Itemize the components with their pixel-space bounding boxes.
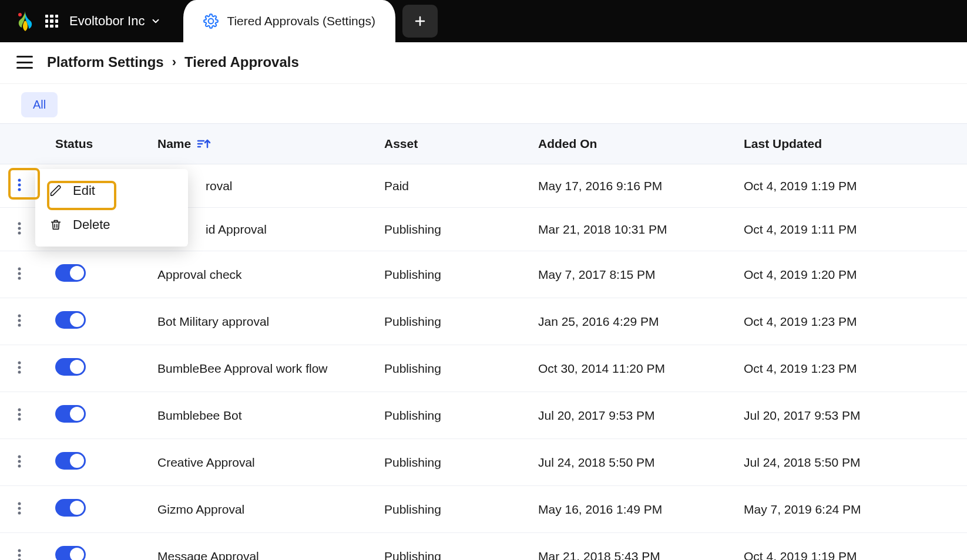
cell-updated: Oct 4, 2019 1:23 PM bbox=[732, 345, 967, 392]
pencil-icon bbox=[49, 184, 62, 197]
sort-ascending-icon[interactable] bbox=[197, 139, 211, 149]
chevron-right-icon: › bbox=[172, 55, 176, 70]
cell-added: Mar 21, 2018 5:43 PM bbox=[526, 533, 732, 561]
gear-icon bbox=[203, 14, 219, 29]
table-row: Message Approval Publishing Mar 21, 2018… bbox=[0, 533, 967, 561]
table-row: BumbleBee Approval work flow Publishing … bbox=[0, 345, 967, 392]
svg-point-5 bbox=[18, 179, 21, 182]
row-actions-button[interactable] bbox=[12, 407, 27, 422]
cell-added: May 17, 2016 9:16 PM bbox=[526, 164, 732, 208]
row-actions-button[interactable] bbox=[12, 501, 27, 516]
cell-asset: Publishing bbox=[372, 486, 526, 533]
cell-asset: Publishing bbox=[372, 392, 526, 439]
status-toggle[interactable] bbox=[55, 546, 86, 560]
cell-updated: Oct 4, 2019 1:19 PM bbox=[732, 533, 967, 561]
svg-point-8 bbox=[18, 222, 21, 225]
sprinklr-logo-icon[interactable] bbox=[16, 11, 34, 31]
filter-row: All bbox=[0, 84, 967, 123]
svg-point-7 bbox=[18, 188, 21, 191]
svg-point-25 bbox=[18, 465, 21, 468]
cell-added: May 16, 2016 1:49 PM bbox=[526, 486, 732, 533]
svg-point-16 bbox=[18, 324, 21, 327]
column-header-asset[interactable]: Asset bbox=[372, 124, 526, 164]
page-header: Platform Settings › Tiered Approvals bbox=[0, 42, 967, 84]
workspace-name-label: Evoltobor Inc bbox=[69, 14, 145, 29]
cell-updated: May 7, 2019 6:24 PM bbox=[732, 486, 967, 533]
svg-point-12 bbox=[18, 272, 21, 275]
status-toggle[interactable] bbox=[55, 264, 86, 282]
column-header-name-label: Name bbox=[157, 137, 191, 151]
cell-asset: Publishing bbox=[372, 251, 526, 298]
hamburger-menu-icon[interactable] bbox=[16, 56, 33, 69]
svg-point-18 bbox=[18, 366, 21, 369]
cell-updated: Oct 4, 2019 1:23 PM bbox=[732, 298, 967, 345]
table-row: Gizmo Approval Publishing May 16, 2016 1… bbox=[0, 486, 967, 533]
table-row: Creative Approval Publishing Jul 24, 201… bbox=[0, 439, 967, 486]
cell-name: Gizmo Approval bbox=[146, 486, 372, 533]
svg-point-22 bbox=[18, 418, 21, 421]
row-actions-button[interactable] bbox=[12, 454, 27, 469]
row-actions-button[interactable] bbox=[12, 221, 27, 236]
svg-point-13 bbox=[18, 277, 21, 280]
filter-chip-all[interactable]: All bbox=[21, 92, 58, 117]
status-toggle[interactable] bbox=[55, 311, 86, 329]
column-header-status[interactable]: Status bbox=[43, 124, 146, 164]
svg-point-29 bbox=[18, 549, 21, 552]
row-actions-button[interactable] bbox=[12, 548, 27, 560]
row-actions-button[interactable] bbox=[12, 266, 27, 281]
svg-point-19 bbox=[18, 371, 21, 374]
tab-tiered-approvals-settings[interactable]: Tiered Approvals (Settings) bbox=[183, 0, 395, 42]
svg-point-10 bbox=[18, 232, 21, 235]
svg-point-0 bbox=[18, 13, 22, 16]
svg-point-21 bbox=[18, 413, 21, 416]
cell-name: Bumblebee Bot bbox=[146, 392, 372, 439]
table-row: Approval check Publishing May 7, 2017 8:… bbox=[0, 251, 967, 298]
top-bar: Evoltobor Inc Tiered Approvals (Settings… bbox=[0, 0, 967, 42]
cell-added: May 7, 2017 8:15 PM bbox=[526, 251, 732, 298]
table-row: Edit Delete roval Paid May 17, 2016 9:16… bbox=[0, 164, 967, 208]
column-header-updated[interactable]: Last Updated bbox=[732, 124, 967, 164]
cell-asset: Publishing bbox=[372, 345, 526, 392]
cell-asset: Publishing bbox=[372, 208, 526, 251]
column-header-actions bbox=[0, 124, 43, 164]
row-actions-button[interactable] bbox=[12, 177, 27, 193]
row-actions-button[interactable] bbox=[12, 360, 27, 375]
svg-point-30 bbox=[18, 554, 21, 557]
menu-item-delete[interactable]: Delete bbox=[35, 208, 188, 242]
svg-point-9 bbox=[18, 227, 21, 230]
breadcrumb: Platform Settings › Tiered Approvals bbox=[47, 54, 299, 70]
workspace-switcher[interactable]: Evoltobor Inc bbox=[69, 14, 167, 29]
svg-point-6 bbox=[18, 184, 21, 187]
status-toggle[interactable] bbox=[55, 452, 86, 470]
svg-point-11 bbox=[18, 268, 21, 271]
cell-updated: Oct 4, 2019 1:11 PM bbox=[732, 208, 967, 251]
cell-updated: Jul 20, 2017 9:53 PM bbox=[732, 392, 967, 439]
status-toggle[interactable] bbox=[55, 405, 86, 423]
approvals-table: Status Name bbox=[0, 123, 967, 560]
status-toggle[interactable] bbox=[55, 358, 86, 376]
row-actions-button[interactable] bbox=[12, 313, 27, 328]
new-tab-button[interactable] bbox=[402, 5, 438, 38]
svg-point-27 bbox=[18, 507, 21, 510]
menu-item-delete-label: Delete bbox=[73, 217, 110, 232]
cell-added: Jan 25, 2016 4:29 PM bbox=[526, 298, 732, 345]
column-header-added[interactable]: Added On bbox=[526, 124, 732, 164]
column-header-name[interactable]: Name bbox=[146, 124, 372, 164]
cell-name: Bot Military approval bbox=[146, 298, 372, 345]
svg-point-23 bbox=[18, 456, 21, 458]
breadcrumb-current: Tiered Approvals bbox=[184, 54, 299, 70]
breadcrumb-parent[interactable]: Platform Settings bbox=[47, 54, 164, 70]
app-launcher-icon[interactable] bbox=[45, 14, 59, 28]
table-row: Bumblebee Bot Publishing Jul 20, 2017 9:… bbox=[0, 392, 967, 439]
cell-added: Oct 30, 2014 11:20 PM bbox=[526, 345, 732, 392]
svg-point-20 bbox=[18, 409, 21, 411]
menu-item-edit[interactable]: Edit bbox=[35, 174, 188, 208]
cell-asset: Publishing bbox=[372, 439, 526, 486]
cell-updated: Jul 24, 2018 5:50 PM bbox=[732, 439, 967, 486]
status-toggle[interactable] bbox=[55, 499, 86, 517]
svg-point-15 bbox=[18, 319, 21, 322]
tab-label: Tiered Approvals (Settings) bbox=[227, 14, 375, 28]
cell-name: Approval check bbox=[146, 251, 372, 298]
svg-point-24 bbox=[18, 460, 21, 463]
row-context-menu: Edit Delete bbox=[35, 169, 188, 247]
